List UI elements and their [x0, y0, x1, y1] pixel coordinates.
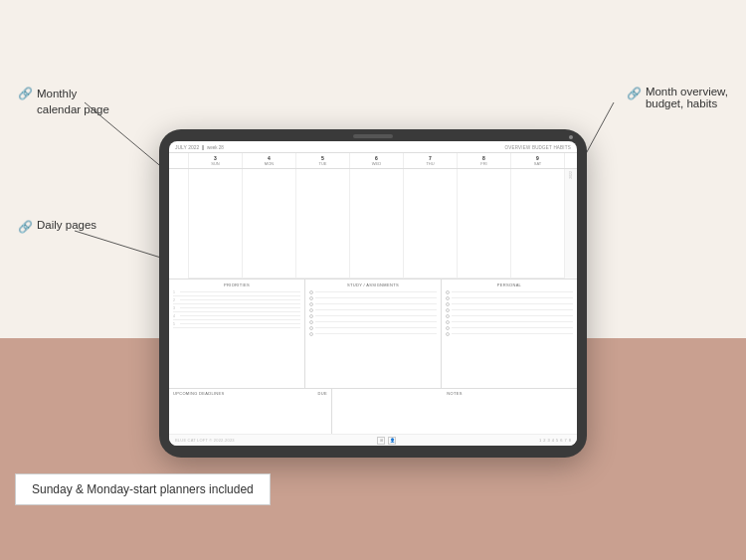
cal-cell-fri: [458, 169, 511, 279]
planner-nav-left: JULY 2022 | week 28: [175, 144, 224, 150]
tablet-top-notch: [353, 134, 393, 138]
checkbox-item: [446, 296, 573, 300]
tablet: JULY 2022 | week 28 OVERVIEW BUDGET HABI…: [159, 129, 587, 458]
annotation-month-overview: 🔗 Month overview, budget, habits: [627, 86, 728, 109]
annotation-overview-line2: budget, habits: [646, 97, 728, 109]
checkbox-item: [309, 332, 437, 336]
annotation-daily-label: Daily pages: [37, 219, 96, 231]
planner-sections-row: PRIORITIES 1 2 3 4 5 STUDY / ASSIGNM: [169, 280, 577, 390]
tablet-camera: [569, 135, 573, 139]
priorities-title: PRIORITIES: [173, 282, 300, 287]
day-side-strip: [565, 153, 577, 168]
cal-cell-sat: [511, 169, 565, 279]
footer-icon-grid: ⊞: [377, 437, 385, 445]
day-header-sat: 9 SAT: [511, 153, 565, 168]
link-icon-overview: 🔗: [627, 87, 642, 100]
cal-side-strip: 2022: [565, 169, 577, 279]
annotation-monthly-line1: Monthly: [37, 86, 109, 101]
footer-icons: ⊞ 👤: [377, 437, 396, 445]
day-header-wed: 6 WED: [350, 153, 404, 168]
personal-checkbox-list: [446, 290, 573, 336]
checkbox-item: [446, 320, 573, 324]
notes-title: NOTES: [336, 391, 573, 396]
priority-list: 1 2 3 4 5: [173, 290, 300, 328]
planner-nav: JULY 2022 | week 28 OVERVIEW BUDGET HABI…: [169, 141, 577, 153]
study-checkbox-list: [309, 290, 437, 336]
checkbox-item: [309, 326, 437, 330]
day-header-sun: 3 SUN: [189, 153, 243, 168]
deadlines-due: DUE: [318, 391, 327, 396]
deadlines-title: UPCOMING DEADLINES: [173, 391, 225, 396]
notes-section: NOTES: [332, 389, 577, 434]
annotation-daily: 🔗 Daily pages: [18, 219, 96, 234]
deadlines-header: UPCOMING DEADLINES DUE: [173, 391, 327, 396]
checkbox-item: [309, 320, 437, 324]
cal-cell-tue: [296, 169, 350, 279]
planner-row2: UPCOMING DEADLINES DUE NOTES: [169, 389, 577, 434]
priority-item: 2: [173, 298, 300, 304]
bottom-label: Sunday & Monday-start planners included: [15, 473, 271, 505]
planner-calendar-grid: 2022: [169, 169, 577, 280]
priorities-section: PRIORITIES 1 2 3 4 5: [169, 280, 305, 389]
checkbox-item: [446, 290, 573, 294]
planner-footer: BLUE CAT LOFT © 2022-2023 ⊞ 👤 1 2 3 4 5 …: [169, 434, 577, 446]
checkbox-item: [309, 314, 437, 318]
checkbox-item: [309, 290, 437, 294]
link-icon-monthly: 🔗: [18, 87, 33, 100]
checkbox-item: [446, 308, 573, 312]
checkbox-item: [309, 296, 437, 300]
annotation-monthly-line2: calendar page: [37, 101, 109, 117]
planner-nav-right: OVERVIEW BUDGET HABITS: [504, 145, 571, 150]
bottom-label-text: Sunday & Monday-start planners included: [32, 482, 254, 496]
planner-days-header: 3 SUN 4 MON 5 TUE 6 WED: [169, 153, 577, 169]
priority-item: 4: [173, 314, 300, 320]
tablet-outer: JULY 2022 | week 28 OVERVIEW BUDGET HABI…: [159, 129, 587, 458]
day-row-label: [169, 153, 189, 168]
personal-title: PERSONAL: [446, 282, 573, 287]
footer-page-nums: 1 2 3 4 5 6 7 8: [539, 438, 571, 443]
priority-item: 3: [173, 306, 300, 312]
link-icon-daily: 🔗: [18, 220, 33, 234]
cal-cell-mon: [243, 169, 296, 279]
annotation-monthly: 🔗 Monthly calendar page: [18, 86, 109, 117]
deadlines-section: UPCOMING DEADLINES DUE: [169, 389, 332, 434]
page-wrapper: OUR BEST-SELLING WEEKLY PAGE Sections de…: [0, 0, 746, 560]
checkbox-item: [446, 332, 573, 336]
day-header-mon: 4 MON: [243, 153, 296, 168]
day-header-thu: 7 THU: [404, 153, 458, 168]
study-title: STUDY / ASSIGNMENTS: [309, 282, 437, 287]
day-header-fri: 8 FRI: [458, 153, 511, 168]
study-section: STUDY / ASSIGNMENTS: [305, 280, 442, 389]
planner-content: JULY 2022 | week 28 OVERVIEW BUDGET HABI…: [169, 141, 577, 446]
checkbox-item: [309, 308, 437, 312]
tablet-screen: JULY 2022 | week 28 OVERVIEW BUDGET HABI…: [169, 141, 577, 446]
day-header-tue: 5 TUE: [296, 153, 350, 168]
footer-icon-person: 👤: [388, 437, 396, 445]
cal-cell-thu: [404, 169, 458, 279]
priority-item: 5: [173, 322, 300, 328]
planner-week: week 28: [207, 145, 224, 150]
checkbox-item: [446, 314, 573, 318]
cal-cell-wed: [350, 169, 404, 279]
planner-month: JULY 2022: [175, 144, 199, 150]
cal-label: [169, 169, 189, 279]
checkbox-item: [309, 302, 437, 306]
footer-brand: BLUE CAT LOFT © 2022-2023: [175, 438, 235, 443]
annotation-overview-line1: Month overview,: [646, 86, 728, 97]
checkbox-item: [446, 302, 573, 306]
priority-item: 1: [173, 290, 300, 296]
personal-section: PERSONAL: [442, 280, 577, 389]
checkbox-item: [446, 326, 573, 330]
cal-cell-sun: [189, 169, 243, 279]
